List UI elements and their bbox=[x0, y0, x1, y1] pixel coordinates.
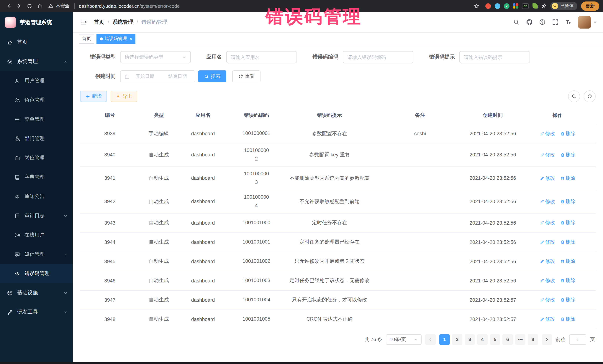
cell-actions: 修改删除 bbox=[520, 190, 596, 213]
more-pages-button[interactable]: ••• bbox=[515, 334, 525, 344]
show-search-button[interactable] bbox=[568, 90, 580, 102]
delete-link[interactable]: 删除 bbox=[560, 277, 575, 284]
edit-link[interactable]: 修改 bbox=[540, 130, 555, 137]
switch-extension-icon[interactable]: on bbox=[522, 3, 529, 9]
delete-link[interactable]: 删除 bbox=[560, 239, 575, 245]
github-icon[interactable] bbox=[526, 19, 533, 25]
edit-link[interactable]: 修改 bbox=[540, 277, 555, 284]
page-button-1[interactable]: 1 bbox=[439, 334, 450, 344]
tab-item[interactable]: 首页 bbox=[79, 34, 94, 44]
delete-link[interactable]: 删除 bbox=[560, 198, 575, 205]
cell-id: 3948 bbox=[80, 309, 139, 329]
sidebar-item-infra[interactable]: 基础设施 bbox=[0, 283, 73, 302]
error-type-select[interactable]: 请选择错误码类型 bbox=[120, 51, 191, 63]
reset-button[interactable]: 重置 bbox=[232, 70, 260, 82]
edit-link[interactable]: 修改 bbox=[540, 239, 555, 245]
sidebar-item-role[interactable]: 角色管理 bbox=[0, 90, 73, 110]
edit-link[interactable]: 修改 bbox=[540, 152, 555, 158]
browser-back-icon[interactable] bbox=[4, 1, 13, 11]
edit-link[interactable]: 修改 bbox=[540, 316, 555, 322]
delete-link[interactable]: 删除 bbox=[560, 297, 575, 303]
create-time-range-picker[interactable]: 开始日期 - 结束日期 bbox=[120, 70, 195, 82]
cell-actions: 修改删除 bbox=[520, 309, 596, 329]
record-extension-icon[interactable] bbox=[485, 3, 491, 9]
sidebar: 芋道管理系统 首页系统管理用户管理角色管理菜单管理部门管理岗位管理字典管理通知公… bbox=[0, 12, 73, 364]
page-button-3[interactable]: 3 bbox=[464, 334, 475, 344]
sidebar-item-system[interactable]: 系统管理 bbox=[0, 52, 73, 71]
page-button-8[interactable]: 8 bbox=[528, 334, 538, 344]
browser-home-icon[interactable] bbox=[35, 1, 45, 11]
sidebar-item-user[interactable]: 用户管理 bbox=[0, 71, 73, 90]
v-extension-icon[interactable]: V bbox=[504, 3, 509, 9]
refresh-table-button[interactable] bbox=[584, 90, 596, 102]
page-content: 错误码类型 请选择错误码类型 应用名 错误码编码 bbox=[73, 45, 603, 364]
sidebar-item-dept[interactable]: 部门管理 bbox=[0, 129, 73, 148]
app-name-input[interactable] bbox=[226, 51, 297, 63]
page-size-select[interactable]: 10条/页 bbox=[386, 334, 422, 344]
help-icon[interactable] bbox=[539, 19, 545, 25]
cell-id: 3947 bbox=[80, 290, 139, 309]
error-code-input[interactable] bbox=[343, 51, 413, 63]
sidebar-item-error-code[interactable]: 错误码管理 bbox=[0, 264, 73, 283]
tab-active[interactable]: 错误码管理× bbox=[96, 34, 135, 44]
prev-page-button[interactable] bbox=[425, 334, 436, 344]
search-button[interactable]: 搜索 bbox=[198, 70, 226, 82]
cell-remark bbox=[374, 271, 466, 290]
refresh-icon bbox=[238, 74, 243, 79]
error-type-placeholder: 请选择错误码类型 bbox=[125, 54, 180, 60]
page-button-6[interactable]: 6 bbox=[502, 334, 513, 344]
pin-extension-icon[interactable] bbox=[541, 3, 547, 9]
delete-link[interactable]: 删除 bbox=[560, 258, 575, 265]
profile-paused-badge[interactable]: 已暂停 bbox=[550, 2, 577, 10]
edit-link[interactable]: 修改 bbox=[540, 175, 555, 182]
palette-extension-icon[interactable] bbox=[513, 3, 518, 9]
browser-forward-icon[interactable] bbox=[14, 1, 24, 11]
url-bar[interactable]: dashboard.yudao.iocoder.cn/system/error-… bbox=[79, 3, 467, 9]
user-menu[interactable] bbox=[578, 16, 597, 28]
app-logo[interactable]: 芋道管理系统 bbox=[0, 12, 73, 33]
bookmark-star-icon[interactable] bbox=[472, 1, 481, 11]
fullscreen-icon[interactable] bbox=[552, 19, 558, 25]
sidebar-item-sms[interactable]: 短信管理 bbox=[0, 245, 73, 264]
font-size-icon[interactable] bbox=[565, 19, 571, 25]
edit-link[interactable]: 修改 bbox=[540, 258, 555, 265]
drop-extension-icon[interactable] bbox=[494, 3, 500, 9]
breadcrumb-item[interactable]: 首页 bbox=[94, 19, 104, 25]
close-icon[interactable]: × bbox=[129, 36, 132, 41]
breadcrumb-item[interactable]: 系统管理 bbox=[112, 19, 133, 25]
edit-link[interactable]: 修改 bbox=[540, 198, 555, 205]
sidebar-item-label: 部门管理 bbox=[24, 135, 45, 142]
search-icon[interactable] bbox=[513, 19, 520, 25]
sidebar-item-post[interactable]: 岗位管理 bbox=[0, 148, 73, 167]
delete-link[interactable]: 删除 bbox=[560, 175, 575, 182]
sidebar-item-dict[interactable]: 字典管理 bbox=[0, 167, 73, 187]
sidebar-item-notice[interactable]: 通知公告 bbox=[0, 187, 73, 206]
sidebar-collapse-icon[interactable] bbox=[79, 17, 89, 27]
page-button-5[interactable]: 5 bbox=[490, 334, 500, 344]
delete-link[interactable]: 删除 bbox=[560, 220, 575, 226]
leaf-extension-icon[interactable] bbox=[533, 3, 538, 9]
edit-link[interactable]: 修改 bbox=[540, 297, 555, 303]
delete-link[interactable]: 删除 bbox=[560, 152, 575, 158]
add-button[interactable]: 新增 bbox=[80, 91, 107, 102]
next-page-button[interactable] bbox=[542, 334, 552, 344]
sidebar-item-audit-log[interactable]: 审计日志 bbox=[0, 206, 73, 225]
sidebar-item-online-user[interactable]: 在线用户 bbox=[0, 225, 73, 245]
error-hint-input[interactable] bbox=[459, 51, 530, 63]
security-chip[interactable]: 不安全 bbox=[48, 3, 70, 9]
delete-link[interactable]: 删除 bbox=[560, 316, 575, 322]
delete-link[interactable]: 删除 bbox=[560, 130, 575, 137]
sidebar-item-menu[interactable]: 菜单管理 bbox=[0, 110, 73, 129]
briefcase-icon bbox=[14, 155, 20, 161]
edit-link[interactable]: 修改 bbox=[540, 220, 555, 226]
browser-reload-icon[interactable] bbox=[24, 1, 34, 11]
page-button-2[interactable]: 2 bbox=[452, 334, 462, 344]
cell-remark bbox=[374, 143, 466, 167]
cell-type: 自动生成 bbox=[139, 309, 178, 329]
export-button[interactable]: 导出 bbox=[111, 91, 137, 102]
goto-page-input[interactable] bbox=[569, 334, 586, 344]
page-button-4[interactable]: 4 bbox=[477, 334, 487, 344]
sidebar-item-home[interactable]: 首页 bbox=[0, 33, 73, 52]
sidebar-item-devtool[interactable]: 研发工具 bbox=[0, 302, 73, 322]
chrome-update-button[interactable]: 更新 bbox=[581, 1, 599, 11]
